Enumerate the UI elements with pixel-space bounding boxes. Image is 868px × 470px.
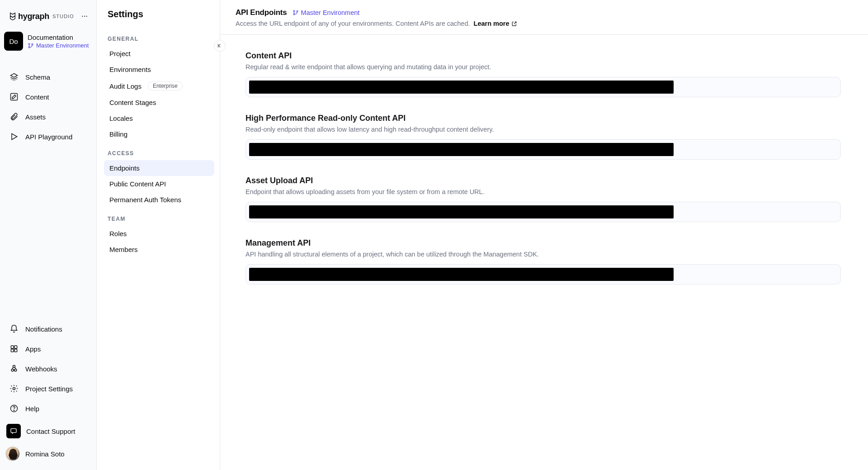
endpoint-url-field[interactable] bbox=[245, 139, 841, 160]
settings-item-label: Environments bbox=[109, 66, 151, 73]
brand-name: hygraph bbox=[18, 12, 49, 21]
sidebar-item-label: Webhooks bbox=[25, 365, 57, 373]
settings-item-endpoints[interactable]: Endpoints bbox=[104, 160, 214, 176]
endpoint-desc: Read-only endpoint that allows low laten… bbox=[245, 123, 841, 133]
play-icon bbox=[9, 132, 19, 141]
layers-icon bbox=[9, 72, 19, 81]
sidebar-item-notifications[interactable]: Notifications bbox=[5, 320, 93, 338]
settings-item-label: Audit Logs bbox=[109, 82, 142, 90]
sidebar-item-label: Project Settings bbox=[25, 385, 73, 393]
svg-point-0 bbox=[82, 16, 83, 17]
sidebar-item-content[interactable]: Content bbox=[5, 88, 93, 106]
bell-icon bbox=[9, 324, 19, 333]
primary-nav-top: Schema Content Assets API Playground bbox=[0, 65, 96, 148]
sidebar-item-label: Assets bbox=[25, 113, 46, 121]
endpoint-url-redacted bbox=[249, 205, 674, 218]
endpoint-url-redacted bbox=[249, 268, 674, 281]
pencil-square-icon bbox=[9, 92, 19, 101]
settings-section-label: GENERAL bbox=[108, 28, 213, 46]
endpoint-url-field[interactable] bbox=[245, 77, 841, 97]
brand-logo[interactable]: hygraph STUDIO bbox=[9, 12, 74, 21]
endpoint-title: High Performance Read-only Content API bbox=[245, 114, 841, 123]
settings-item-locales[interactable]: Locales bbox=[104, 110, 214, 126]
branch-icon bbox=[292, 9, 299, 16]
sidebar-item-help[interactable]: Help bbox=[5, 399, 93, 418]
sidebar-item-project-settings[interactable]: Project Settings bbox=[5, 380, 93, 398]
settings-item-environments[interactable]: Environments bbox=[104, 62, 214, 77]
svg-point-14 bbox=[13, 388, 15, 390]
endpoint-url-redacted bbox=[249, 143, 674, 156]
settings-item-public-content-api[interactable]: Public Content API bbox=[104, 176, 214, 192]
user-avatar bbox=[5, 446, 20, 461]
sidebar-item-label: Schema bbox=[25, 73, 50, 81]
grid-icon bbox=[9, 344, 19, 353]
endpoint-url-field[interactable] bbox=[245, 264, 841, 285]
svg-point-19 bbox=[293, 14, 295, 15]
endpoint-desc: Regular read & write endpoint that allow… bbox=[245, 61, 841, 71]
external-link-icon bbox=[511, 21, 517, 27]
endpoint-title: Management API bbox=[245, 238, 841, 248]
settings-item-label: Content Stages bbox=[109, 99, 156, 106]
project-switcher[interactable]: Do Documentation Master Environment bbox=[0, 29, 96, 53]
settings-item-roles[interactable]: Roles bbox=[104, 226, 214, 242]
sidebar-item-apps[interactable]: Apps bbox=[5, 340, 93, 358]
question-icon bbox=[9, 404, 19, 413]
endpoint-url-redacted bbox=[249, 81, 674, 94]
chat-icon bbox=[6, 424, 21, 438]
svg-point-3 bbox=[28, 43, 30, 45]
svg-rect-8 bbox=[14, 346, 17, 348]
svg-point-18 bbox=[293, 10, 295, 12]
sidebar-item-schema[interactable]: Schema bbox=[5, 68, 93, 86]
user-name: Romina Soto bbox=[25, 450, 65, 458]
sidebar-item-label: Notifications bbox=[25, 325, 62, 333]
settings-item-label: Billing bbox=[109, 130, 127, 138]
main-content: API Endpoints Master Environment Access … bbox=[220, 0, 868, 470]
environment-chip[interactable]: Master Environment bbox=[28, 42, 89, 49]
settings-item-label: Members bbox=[109, 246, 138, 253]
svg-rect-17 bbox=[11, 429, 16, 433]
brand-mark-icon bbox=[9, 12, 16, 21]
page-environment-chip[interactable]: Master Environment bbox=[292, 9, 360, 16]
settings-item-label: Roles bbox=[109, 230, 127, 237]
page-environment-name: Master Environment bbox=[301, 9, 360, 16]
learn-more-link[interactable]: Learn more bbox=[474, 20, 517, 27]
brand-suffix: STUDIO bbox=[52, 14, 74, 19]
contact-support-label: Contact Support bbox=[26, 427, 75, 435]
page-subtitle: Access the URL endpoint of any of your e… bbox=[236, 20, 470, 27]
sidebar-item-label: Apps bbox=[25, 345, 41, 353]
sidebar-item-assets[interactable]: Assets bbox=[5, 108, 93, 126]
page-title: API Endpoints bbox=[236, 8, 287, 17]
settings-section-label: ACCESS bbox=[108, 142, 213, 160]
page-header: API Endpoints Master Environment Access … bbox=[220, 0, 868, 35]
settings-item-label: Locales bbox=[109, 114, 133, 122]
settings-item-billing[interactable]: Billing bbox=[104, 126, 214, 142]
svg-point-5 bbox=[32, 43, 33, 45]
settings-title: Settings bbox=[108, 9, 213, 28]
endpoint-desc: API handling all structural elements of … bbox=[245, 248, 841, 258]
settings-item-permanent-auth-tokens[interactable]: Permanent Auth Tokens bbox=[104, 192, 214, 208]
sidebar-item-webhooks[interactable]: Webhooks bbox=[5, 360, 93, 378]
settings-item-label: Permanent Auth Tokens bbox=[109, 196, 181, 204]
user-menu[interactable]: Romina Soto bbox=[0, 442, 96, 465]
brand-row: hygraph STUDIO bbox=[0, 6, 96, 29]
settings-item-project[interactable]: Project bbox=[104, 46, 214, 62]
brand-menu-button[interactable] bbox=[78, 11, 91, 22]
branch-icon bbox=[28, 43, 34, 49]
settings-item-members[interactable]: Members bbox=[104, 242, 214, 257]
svg-point-1 bbox=[84, 16, 85, 17]
collapse-sidebar-button[interactable] bbox=[214, 40, 226, 52]
svg-point-16 bbox=[14, 410, 14, 411]
primary-sidebar: hygraph STUDIO Do Documentation Master E… bbox=[0, 0, 97, 470]
endpoint-desc: Endpoint that allows uploading assets fr… bbox=[245, 185, 841, 195]
project-name: Documentation bbox=[28, 33, 89, 41]
sidebar-item-api-playground[interactable]: API Playground bbox=[5, 128, 93, 146]
endpoint-title: Content API bbox=[245, 51, 841, 61]
paperclip-icon bbox=[9, 112, 19, 121]
settings-item-label: Endpoints bbox=[109, 164, 140, 172]
endpoint-url-field[interactable] bbox=[245, 202, 841, 222]
settings-item-audit-logs[interactable]: Audit LogsEnterprise bbox=[104, 77, 214, 95]
svg-rect-7 bbox=[11, 346, 14, 348]
settings-item-content-stages[interactable]: Content Stages bbox=[104, 95, 214, 110]
page-subtitle-row: Access the URL endpoint of any of your e… bbox=[236, 17, 853, 27]
contact-support-button[interactable]: Contact Support bbox=[0, 420, 96, 442]
